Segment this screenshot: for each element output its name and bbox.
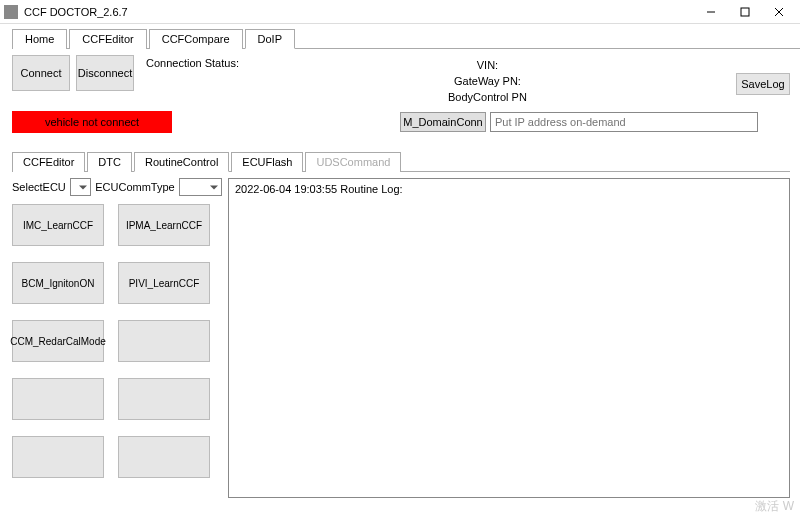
subtab-ccfeditor[interactable]: CCFEditor bbox=[12, 152, 85, 172]
pivi-learnccf-button[interactable]: PIVI_LearnCCF bbox=[118, 262, 210, 304]
connect-button[interactable]: Connect bbox=[12, 55, 70, 91]
imc-learnccf-button[interactable]: IMC_LearnCCF bbox=[12, 204, 104, 246]
tab-ccfeditor[interactable]: CCFEditor bbox=[69, 29, 146, 49]
bcm-ignitonon-button[interactable]: BCM_IgnitonON bbox=[12, 262, 104, 304]
routine-empty-button[interactable] bbox=[118, 320, 210, 362]
tab-home[interactable]: Home bbox=[12, 29, 67, 49]
ecu-comm-label: ECUCommType bbox=[95, 181, 174, 193]
domain-ip-input[interactable] bbox=[490, 112, 758, 132]
routine-empty-button[interactable] bbox=[118, 436, 210, 478]
main-tabs: Home CCFEditor CCFCompare DoIP bbox=[12, 28, 800, 49]
ipma-learnccf-button[interactable]: IPMA_LearnCCF bbox=[118, 204, 210, 246]
minimize-button[interactable] bbox=[694, 1, 728, 23]
disconnect-button[interactable]: Disconnect bbox=[76, 55, 134, 91]
tab-doip[interactable]: DoIP bbox=[245, 29, 295, 49]
savelog-button[interactable]: SaveLog bbox=[736, 73, 790, 95]
close-button[interactable] bbox=[762, 1, 796, 23]
select-ecu-label: SelectECU bbox=[12, 181, 66, 193]
gateway-label: GateWay PN: bbox=[454, 75, 521, 87]
routine-empty-button[interactable] bbox=[12, 436, 104, 478]
connection-status-label: Connection Status: bbox=[146, 57, 239, 69]
routine-log-box[interactable]: 2022-06-04 19:03:55 Routine Log: bbox=[228, 178, 790, 498]
svg-rect-1 bbox=[741, 8, 749, 16]
subtab-udscommand[interactable]: UDSCommand bbox=[305, 152, 401, 172]
window-title: CCF DOCTOR_2.6.7 bbox=[24, 6, 128, 18]
routine-empty-button[interactable] bbox=[12, 378, 104, 420]
ccm-redarcalmode-button[interactable]: CCM_RedarCalMode bbox=[12, 320, 104, 362]
routine-button-grid: IMC_LearnCCF IPMA_LearnCCF BCM_IgnitonON… bbox=[12, 204, 222, 478]
doip-panel: Connect Disconnect Connection Status: VI… bbox=[0, 49, 800, 508]
titlebar: CCF DOCTOR_2.6.7 bbox=[0, 0, 800, 24]
select-ecu-dropdown[interactable] bbox=[70, 178, 91, 196]
maximize-button[interactable] bbox=[728, 1, 762, 23]
domain-conn-button[interactable]: M_DomainConn bbox=[400, 112, 486, 132]
subtab-routinecontrol[interactable]: RoutineControl bbox=[134, 152, 229, 172]
tab-ccfcompare[interactable]: CCFCompare bbox=[149, 29, 243, 49]
bodycontrol-label: BodyControl PN bbox=[448, 91, 527, 103]
watermark-text: 激活 W bbox=[755, 498, 794, 515]
subtab-dtc[interactable]: DTC bbox=[87, 152, 132, 172]
routine-empty-button[interactable] bbox=[118, 378, 210, 420]
connection-warning: vehicle not connect bbox=[12, 111, 172, 133]
subtab-ecuflash[interactable]: ECUFlash bbox=[231, 152, 303, 172]
ecu-comm-dropdown[interactable] bbox=[179, 178, 222, 196]
routine-log-header: 2022-06-04 19:03:55 Routine Log: bbox=[235, 183, 783, 195]
vin-label: VIN: bbox=[477, 59, 498, 71]
app-icon bbox=[4, 5, 18, 19]
sub-tabs: CCFEditor DTC RoutineControl ECUFlash UD… bbox=[12, 151, 790, 172]
